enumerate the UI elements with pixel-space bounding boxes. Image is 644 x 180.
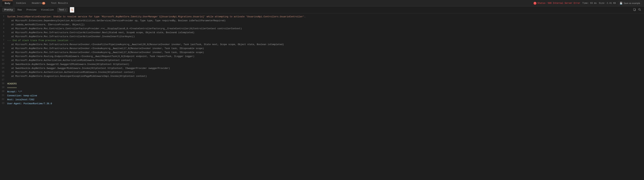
code-line-18: 18HEADERS bbox=[0, 82, 644, 86]
code-line-22: 22Host: localhost:7262 bbox=[0, 98, 644, 102]
format-select[interactable]: Text ▾ bbox=[57, 8, 68, 12]
tab-badge-headers: 4 bbox=[42, 2, 45, 4]
line-number: 18 bbox=[0, 82, 7, 85]
sub-tab-bar: PrettyRawPreviewVisualize Text ▾ ⇅ bbox=[0, 6, 644, 13]
line-content: at Microsoft.AspNetCore.Mvc.Infrastructu… bbox=[7, 43, 284, 46]
line-content: at Microsoft.Extensions.DependencyInject… bbox=[7, 19, 226, 22]
size-info: Size: 2.41 KB bbox=[599, 2, 616, 4]
line-content: Accept: */* bbox=[7, 90, 22, 93]
line-number: 8 bbox=[0, 43, 7, 45]
line-number: 2 bbox=[0, 19, 7, 22]
top-tab-cookies[interactable]: Cookies bbox=[14, 1, 28, 5]
line-number: 9 bbox=[0, 47, 7, 49]
line-content: at Microsoft.AspNetCore.Mvc.Controllers.… bbox=[7, 27, 242, 30]
svg-line-3 bbox=[640, 10, 641, 11]
code-line-14: 14 at Swashbuckle.AspNetCore.Swagger.Swa… bbox=[0, 66, 644, 70]
line-number: 20 bbox=[0, 90, 7, 93]
code-line-1: 1System.InvalidOperationException: Unabl… bbox=[0, 15, 644, 19]
top-tab-body[interactable]: Body bbox=[2, 0, 13, 6]
code-line-8: 8 at Microsoft.AspNetCore.Mvc.Infrastruc… bbox=[0, 43, 644, 47]
line-content: at Microsoft.AspNetCore.Mvc.Infrastructu… bbox=[7, 31, 194, 34]
code-line-12: 12 at Microsoft.AspNetCore.Authorization… bbox=[0, 58, 644, 62]
sub-tab-preview[interactable]: Preview bbox=[24, 7, 38, 12]
sub-tabs: PrettyRawPreviewVisualize bbox=[2, 7, 56, 12]
code-line-16: 16 at Microsoft.AspNetCore.Diagnostics.D… bbox=[0, 74, 644, 78]
code-line-20: 20Accept: */* bbox=[0, 90, 644, 94]
line-number: 14 bbox=[0, 67, 7, 69]
top-tab-test-results[interactable]: Test Results bbox=[48, 1, 70, 5]
line-number: 21 bbox=[0, 94, 7, 97]
line-content: at Microsoft.AspNetCore.Authorization.Au… bbox=[7, 59, 132, 62]
line-content: User-Agent: PostmanRuntime/7.36.0 bbox=[7, 102, 52, 105]
line-number: 3 bbox=[0, 23, 7, 26]
code-line-3: 3 at lambda_method9(Closure, IServicePro… bbox=[0, 23, 644, 27]
code-line-21: 21Connection: keep-alive bbox=[0, 94, 644, 98]
line-content: at Microsoft.AspNetCore.Diagnostics.Deve… bbox=[7, 75, 147, 78]
sub-tab-visualize[interactable]: Visualize bbox=[39, 7, 56, 12]
line-content: at Microsoft.AspNetCore.Mvc.Infrastructu… bbox=[7, 51, 204, 54]
line-number: 11 bbox=[0, 55, 7, 57]
top-tab-bar: BodyCookiesHeaders4Test Results ! Status… bbox=[0, 0, 644, 6]
code-line-17: 17 bbox=[0, 78, 644, 82]
line-number: 7 bbox=[0, 39, 7, 41]
error-icon: ! bbox=[534, 2, 536, 5]
format-chevron-icon: ▾ bbox=[65, 9, 66, 11]
save-icon: 💾 bbox=[620, 2, 622, 4]
line-number: 16 bbox=[0, 75, 7, 77]
line-number: 13 bbox=[0, 63, 7, 65]
line-number: 19 bbox=[0, 86, 7, 89]
copy-icon bbox=[633, 8, 636, 11]
format-select-value: Text bbox=[59, 9, 64, 11]
time-info: Time: 93 ms bbox=[582, 2, 597, 4]
line-content: at Microsoft.AspNetCore.Mvc.Infrastructu… bbox=[7, 47, 204, 50]
line-number: 12 bbox=[0, 59, 7, 61]
code-area[interactable]: 1System.InvalidOperationException: Unabl… bbox=[0, 13, 644, 180]
main-layout: BodyCookiesHeaders4Test Results ! Status… bbox=[0, 0, 644, 180]
code-line-5: 5 at Microsoft.AspNetCore.Mvc.Infrastruc… bbox=[0, 31, 644, 35]
line-content: --- End of stack trace from previous loc… bbox=[7, 39, 74, 42]
line-number: 10 bbox=[0, 51, 7, 53]
line-content: at Microsoft.AspNetCore.Routing.Endpoint… bbox=[7, 55, 194, 58]
line-number: 5 bbox=[0, 31, 7, 34]
search-button[interactable] bbox=[638, 7, 642, 12]
code-line-9: 9 at Microsoft.AspNetCore.Mvc.Infrastruc… bbox=[0, 47, 644, 51]
code-line-23: 23User-Agent: PostmanRuntime/7.36.0 bbox=[0, 102, 644, 106]
line-number: 22 bbox=[0, 98, 7, 101]
code-line-19: 19======= bbox=[0, 86, 644, 90]
line-number: 6 bbox=[0, 35, 7, 37]
line-content: Host: localhost:7262 bbox=[7, 98, 34, 101]
line-content: at Microsoft.AspNetCore.Mvc.Infrastructu… bbox=[7, 35, 135, 38]
save-example-button[interactable]: 💾 Save as example bbox=[618, 1, 642, 5]
code-line-2: 2 at Microsoft.Extensions.DependencyInje… bbox=[0, 19, 644, 23]
line-content: System.InvalidOperationException: Unable… bbox=[7, 15, 306, 19]
line-content: Connection: keep-alive bbox=[7, 94, 37, 97]
search-icon bbox=[638, 8, 641, 11]
code-line-10: 10 at Microsoft.AspNetCore.Mvc.Infrastru… bbox=[0, 51, 644, 54]
code-line-4: 4 at Microsoft.AspNetCore.Mvc.Controller… bbox=[0, 27, 644, 31]
line-number: 4 bbox=[0, 27, 7, 30]
sub-tab-raw[interactable]: Raw bbox=[15, 7, 24, 12]
line-number: 15 bbox=[0, 71, 7, 73]
line-number: 17 bbox=[0, 79, 7, 81]
top-tab-headers[interactable]: Headers4 bbox=[29, 1, 48, 5]
line-content: HEADERS bbox=[7, 82, 17, 86]
code-line-13: 13 at Swashbuckle.AspNetCore.SwaggerUI.S… bbox=[0, 62, 644, 66]
line-number: 23 bbox=[0, 102, 7, 105]
line-content: at Microsoft.AspNetCore.Authentication.A… bbox=[7, 71, 135, 74]
line-content: at Swashbuckle.AspNetCore.SwaggerUI.Swag… bbox=[7, 63, 129, 66]
line-content: ======= bbox=[7, 86, 17, 90]
status-label: Status: bbox=[538, 2, 546, 4]
code-line-11: 11 at Microsoft.AspNetCore.Routing.Endpo… bbox=[0, 54, 644, 58]
save-example-label: Save as example bbox=[624, 2, 640, 4]
line-content: at lambda_method9(Closure, IServiceProvi… bbox=[7, 23, 84, 26]
code-line-15: 15 at Microsoft.AspNetCore.Authenticatio… bbox=[0, 70, 644, 74]
filter-button[interactable]: ⇅ bbox=[70, 7, 74, 13]
copy-button[interactable] bbox=[632, 7, 637, 12]
status-value: 500 Internal Server Error bbox=[548, 2, 580, 4]
svg-rect-1 bbox=[634, 8, 635, 10]
sub-tab-pretty[interactable]: Pretty bbox=[2, 7, 15, 12]
line-number: 1 bbox=[0, 15, 7, 18]
code-line-6: 6 at Microsoft.AspNetCore.Mvc.Infrastruc… bbox=[0, 35, 644, 39]
code-line-7: 7--- End of stack trace from previous lo… bbox=[0, 39, 644, 43]
line-content: at Swashbuckle.AspNetCore.Swagger.Swagge… bbox=[7, 67, 170, 70]
